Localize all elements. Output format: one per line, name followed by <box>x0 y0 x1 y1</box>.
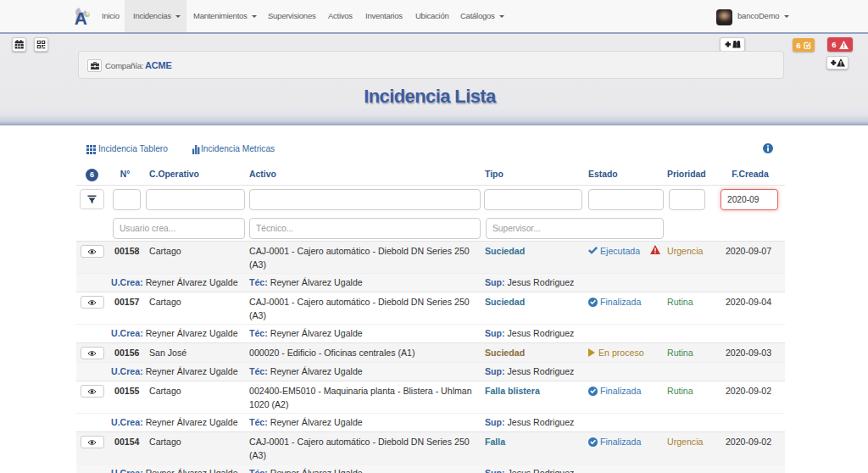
svg-text:A: A <box>75 8 87 28</box>
